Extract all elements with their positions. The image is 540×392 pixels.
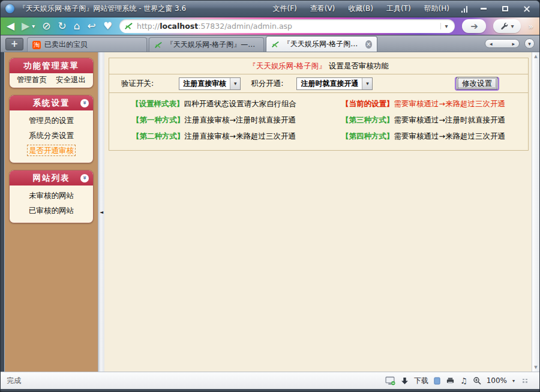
sidebar-splitter[interactable]: ◄: [98, 52, 104, 372]
points-open-label: 积分开通:: [251, 79, 283, 89]
sidebar-item-unaudited-sites[interactable]: 未审核的网站: [10, 188, 93, 204]
download-arrow-icon[interactable]: [401, 377, 409, 385]
maximize-button[interactable]: [497, 4, 513, 14]
tab-list-caret-icon: ▾: [528, 41, 531, 47]
site-favicon-icon: [124, 22, 133, 31]
site-list-box: 网站列表 » 未审核的网站 已审核的网站: [9, 170, 94, 223]
url-text[interactable]: http://localhost:57832/admin/admin.asp: [137, 22, 437, 31]
tab-site-admin[interactable]: 『天天娱乐网-格子阁』网站... ×: [266, 36, 377, 52]
sidebar-link-admin-home[interactable]: 管理首页: [17, 75, 47, 85]
sidebar-item-category-settings[interactable]: 系统分类设置: [10, 128, 93, 143]
history-caret-icon[interactable]: ▾: [32, 23, 35, 29]
info-row: 【设置样式表】四种开通状态设置请大家自行组合 【当前的设置】需要审核通过→来路超…: [109, 96, 528, 112]
page-title-text: 设置是否审核功能: [329, 61, 389, 71]
new-tab-button[interactable]: +: [5, 38, 23, 50]
site-icon: [154, 41, 163, 49]
tab-scroller[interactable]: ◂ ▸: [485, 39, 520, 48]
address-bar[interactable]: http://localhost:57832/admin/admin.asp ▾: [119, 19, 455, 33]
wrench-icon: [500, 22, 508, 30]
info-row: 【第二种方式】注册直接审核→来路超过三次开通 【第四种方式】需要审核通过→来路超…: [109, 128, 528, 145]
mode-description-rows: 【设置样式表】四种开通状态设置请大家自行组合 【当前的设置】需要审核通过→来路超…: [109, 93, 528, 150]
go-button[interactable]: ➔: [462, 19, 486, 33]
stop-icon[interactable]: ⊘: [42, 21, 50, 31]
window-globe-icon: [5, 4, 14, 13]
resize-grip[interactable]: [523, 379, 527, 383]
toolbar-overflow-icon[interactable]: »: [528, 22, 533, 31]
mode-4-tag: 【第四种方式】: [341, 131, 394, 140]
menu-tools[interactable]: 工具(T): [386, 4, 411, 14]
tools-wrench-button[interactable]: ▾: [493, 19, 521, 33]
zoom-caret-icon[interactable]: ▾: [512, 378, 515, 384]
points-open-select[interactable]: 注册时就直接开通 ▾: [296, 77, 373, 90]
favorites-heart-icon[interactable]: ♥: [103, 21, 112, 31]
menu-favorites[interactable]: 收藏(B): [348, 4, 373, 14]
forward-icon[interactable]: ▶: [22, 21, 29, 31]
menu-help[interactable]: 帮助(H): [424, 4, 449, 14]
home-icon[interactable]: ⌂: [74, 21, 80, 31]
maximize-icon: [502, 6, 508, 11]
media-note-icon[interactable]: ♫: [460, 376, 467, 385]
verify-switch-select[interactable]: 注册直接审核 ▾: [179, 77, 241, 90]
function-menu-box: 功能管理菜單 管理首页 安全退出: [9, 58, 94, 88]
close-button[interactable]: [519, 4, 535, 14]
undo-close-icon[interactable]: ↩: [87, 21, 95, 31]
sidebar-item-admin-settings[interactable]: 管理员的设置: [10, 113, 93, 128]
tab-list-button[interactable]: ▾: [524, 38, 535, 49]
window-title: 『天天娱乐网-格子阁』网站管理系统 - 世界之窗 3.6: [19, 4, 186, 14]
tab-label: 『天天娱乐网-格子阁』网站...: [283, 39, 362, 49]
menu-view[interactable]: 查看(V): [310, 4, 335, 14]
refresh-icon[interactable]: ↻: [58, 21, 66, 31]
tab-scroll-left-icon[interactable]: ◂: [490, 41, 493, 47]
printer-icon[interactable]: [446, 377, 455, 384]
network-signal-icon[interactable]: [461, 5, 467, 13]
splitter-collapse-icon[interactable]: ◄: [100, 210, 103, 215]
tab-close-icon[interactable]: ×: [365, 40, 372, 49]
page-scrollbar[interactable]: ▲ ▼: [532, 52, 539, 372]
mode-1-tag: 【第一种方式】: [132, 115, 185, 124]
scroll-up-icon[interactable]: ▲: [534, 54, 537, 59]
tab-scroll-right-icon[interactable]: ▸: [512, 41, 515, 47]
save-settings-button[interactable]: 修改设置: [455, 77, 499, 91]
tab-label: 『天天娱乐网-格子阁』—三分...: [166, 40, 259, 50]
url-dropdown-icon[interactable]: ▾: [440, 23, 451, 29]
download-label[interactable]: 下载: [414, 376, 428, 386]
info-row: 【第一种方式】注册直接审核→注册时就直接开通 【第三种方式】需要审核通过→注册时…: [109, 112, 528, 128]
zoom-magnifier-icon[interactable]: [473, 376, 481, 385]
sidebar-link-logout[interactable]: 安全退出: [56, 75, 86, 85]
tab-bar: + 淘 已卖出的宝贝 『天天娱乐网-格子阁』—三分... 『天天娱乐网-格子阁』…: [1, 35, 539, 52]
history-doc-icon[interactable]: [434, 377, 440, 385]
mode-2-tag: 【第二种方式】: [132, 131, 185, 140]
page-title: 『天天娱乐网-格子阁』 设置是否审核功能: [109, 58, 528, 74]
system-settings-box: 系统设置 » 管理员的设置 系统分类设置 是否开通审核: [9, 95, 94, 163]
page-status-icon[interactable]: [385, 376, 395, 385]
admin-page: 『天天娱乐网-格子阁』 设置是否审核功能 验证开关: 注册直接审核 ▾ 积分开通…: [104, 52, 532, 372]
site-name: 『天天娱乐网-格子阁』: [248, 61, 326, 71]
menu-file[interactable]: 文件(F): [272, 4, 296, 14]
zoom-level[interactable]: 100%: [487, 376, 507, 385]
status-bar: 完成 下载 ♫: [1, 372, 539, 389]
mode-3-tag: 【第三种方式】: [341, 115, 394, 124]
tab-site-forum[interactable]: 『天天娱乐网-格子阁』—三分...: [149, 37, 264, 52]
back-icon[interactable]: ◀: [7, 21, 14, 31]
tools-caret-icon: ▾: [511, 23, 514, 29]
menu-bar: 文件(F) 查看(V) 收藏(B) 工具(T) 帮助(H): [272, 4, 449, 14]
verify-switch-label: 验证开关:: [121, 79, 154, 89]
tab-taobao[interactable]: 淘 已卖出的宝贝: [27, 37, 147, 52]
collapse-chevron-icon[interactable]: »: [80, 174, 89, 182]
current-setting-tag: 【当前的设置】: [341, 99, 394, 108]
collapse-chevron-icon[interactable]: »: [80, 99, 89, 107]
taobao-icon: 淘: [32, 41, 41, 49]
status-text: 完成: [7, 376, 21, 386]
site-list-header[interactable]: 网站列表 »: [10, 170, 93, 185]
system-settings-header[interactable]: 系统设置 »: [10, 95, 93, 110]
scroll-down-icon[interactable]: ▼: [534, 365, 537, 370]
navigation-toolbar: ◀ ▶ ▾ ⊘ ↻ ⌂ ↩ ♥ http://localhost:57832/a…: [1, 17, 539, 35]
content-area: 功能管理菜單 管理首页 安全退出 系统设置 » 管理员的设置 系统分类设置 是否…: [1, 52, 539, 372]
tab-label: 已卖出的宝贝: [44, 40, 88, 50]
select-caret-icon: ▾: [230, 78, 240, 89]
sidebar-item-audited-sites[interactable]: 已审核的网站: [10, 204, 93, 219]
sidebar-item-audit-toggle[interactable]: 是否开通审核: [10, 143, 93, 158]
minimize-button[interactable]: [476, 4, 491, 14]
style-list-tag: 【设置样式表】: [131, 99, 184, 108]
browser-window: 『天天娱乐网-格子阁』网站管理系统 - 世界之窗 3.6 文件(F) 查看(V)…: [0, 0, 540, 392]
